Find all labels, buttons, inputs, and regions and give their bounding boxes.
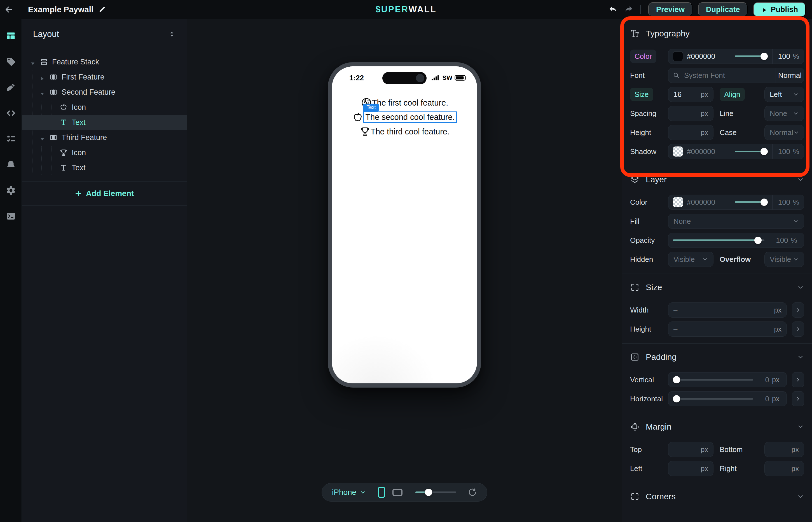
collapse-chevron-icon[interactable]	[797, 423, 804, 430]
shadow-opacity-slider[interactable]	[730, 144, 772, 159]
plus-icon	[75, 190, 82, 197]
gear-icon[interactable]	[0, 178, 22, 203]
layer-color-opacity-field[interactable]: 100 %	[772, 195, 804, 209]
undo-icon[interactable]	[608, 5, 618, 14]
bell-icon[interactable]	[0, 152, 22, 178]
layer-color-opacity-slider[interactable]	[730, 195, 772, 209]
letter-spacing-input[interactable]: – px	[668, 106, 713, 121]
shadow-swatch-field[interactable]: #000000	[668, 144, 730, 159]
vertical-padding-expand-button[interactable]	[792, 372, 804, 387]
terminal-icon[interactable]	[0, 203, 22, 229]
align-toggle-label[interactable]: Align	[720, 88, 745, 101]
horizontal-padding-expand-button[interactable]	[792, 391, 804, 406]
color-hex-value[interactable]: #000000	[687, 52, 715, 61]
slider-thumb[interactable]	[425, 489, 432, 496]
tree-item-text-selected[interactable]: Text	[22, 115, 187, 130]
case-select[interactable]: Normal	[765, 125, 804, 140]
layer-color-swatch[interactable]	[673, 197, 683, 207]
landscape-orientation-button[interactable]	[392, 486, 402, 499]
color-opacity-field[interactable]: 100 %	[772, 49, 804, 64]
tree-item-second-feature[interactable]: Second Feature	[22, 85, 187, 100]
vertical-padding-slider[interactable]	[668, 373, 758, 387]
publish-label: Publish	[771, 5, 798, 14]
height-expand-button[interactable]	[792, 321, 804, 337]
height-input[interactable]: – px	[668, 321, 787, 337]
color-opacity-slider[interactable]	[730, 49, 772, 64]
margin-value: –	[770, 464, 774, 473]
margin-left-input[interactable]: – px	[668, 461, 713, 476]
font-search-field[interactable]: System Font	[668, 68, 776, 83]
tree-item-icon[interactable]: Icon	[22, 100, 187, 115]
paint-icon[interactable]	[0, 75, 22, 100]
hidden-select[interactable]: Visible	[668, 252, 713, 267]
margin-top-input[interactable]: – px	[668, 442, 713, 457]
carrier-label: SW	[442, 74, 452, 81]
shadow-opacity-field[interactable]: 100 %	[772, 144, 804, 159]
add-element-button[interactable]: Add Element	[75, 189, 134, 198]
canvas: 1:22 SW The first cool feature.	[187, 19, 622, 522]
layer-color-hex[interactable]: #000000	[687, 198, 715, 207]
refresh-button[interactable]	[468, 486, 477, 499]
caret-right-icon[interactable]	[40, 75, 45, 80]
line-select[interactable]: None	[765, 106, 804, 121]
caret-down-icon[interactable]	[40, 89, 45, 95]
font-size-input[interactable]: 16 px	[668, 87, 713, 102]
fill-select[interactable]: None	[668, 214, 804, 229]
tree-item-label: Second Feature	[22, 88, 115, 97]
size-toggle-label[interactable]: Size	[630, 88, 653, 101]
caret-down-icon[interactable]	[40, 135, 45, 140]
color-swatch-field[interactable]: #000000	[668, 49, 730, 64]
publish-button[interactable]: Publish	[753, 2, 806, 17]
tree-item-first-feature[interactable]: First Feature	[22, 69, 187, 85]
tree-item-icon[interactable]: Icon	[22, 145, 187, 160]
width-input[interactable]: – px	[668, 302, 787, 318]
opacity-field[interactable]: 100 %	[769, 233, 804, 247]
tree-item-text[interactable]: Text	[22, 160, 187, 175]
device-select-value: iPhone	[332, 488, 356, 497]
redo-icon[interactable]	[624, 5, 633, 14]
color-swatch[interactable]	[673, 51, 683, 61]
vertical-padding-field[interactable]: 0 px	[758, 373, 787, 387]
height-value: –	[673, 325, 678, 334]
opacity-label: Opacity	[630, 236, 668, 245]
tree-item-third-feature[interactable]: Third Feature	[22, 130, 187, 145]
horizontal-padding-slider[interactable]	[668, 392, 758, 406]
device-select[interactable]: iPhone	[332, 488, 366, 497]
play-icon	[761, 6, 767, 13]
selection-outline[interactable]: Text The second cool feature.	[363, 112, 457, 123]
preview-button[interactable]: Preview	[648, 2, 692, 17]
collapse-chevron-icon[interactable]	[797, 354, 804, 361]
margin-bottom-input[interactable]: – px	[765, 442, 804, 457]
tree-item-feature-stack[interactable]: Feature Stack	[22, 54, 187, 69]
collapse-chevron-icon[interactable]	[797, 493, 804, 500]
collapse-chevron-icon[interactable]	[797, 176, 804, 183]
collapse-chevron-icon[interactable]	[797, 284, 804, 291]
zoom-slider[interactable]	[415, 489, 456, 496]
horizontal-padding-field[interactable]: 0 px	[758, 392, 787, 406]
layer-color-swatch-field[interactable]: #000000	[668, 195, 730, 209]
caret-down-icon[interactable]	[30, 59, 35, 64]
align-select[interactable]: Left	[765, 87, 804, 102]
feature-list: The first cool feature. Text The second …	[332, 97, 477, 137]
shadow-swatch[interactable]	[673, 146, 683, 157]
tag-icon[interactable]	[0, 49, 22, 75]
feature-row[interactable]: The third cool feature.	[359, 126, 450, 137]
typography-color-label[interactable]: Color	[630, 49, 657, 63]
margin-right-input[interactable]: – px	[765, 461, 804, 476]
line-height-input[interactable]: – px	[668, 125, 713, 140]
overflow-select[interactable]: Visible	[765, 252, 804, 267]
code-icon[interactable]	[0, 100, 22, 126]
feature-row-selected[interactable]: Text The second cool feature.	[352, 112, 457, 123]
edit-pencil-icon[interactable]	[99, 6, 106, 13]
opacity-slider[interactable]	[668, 233, 769, 247]
shadow-hex-value[interactable]: #000000	[687, 147, 715, 156]
portrait-orientation-button[interactable]	[377, 486, 386, 499]
font-weight-select[interactable]: Normal	[776, 68, 804, 83]
sort-icon[interactable]	[168, 31, 175, 38]
duplicate-button[interactable]: Duplicate	[698, 2, 748, 17]
px-unit: px	[701, 109, 708, 118]
layout-icon[interactable]	[0, 23, 22, 49]
checklist-icon[interactable]	[0, 126, 22, 152]
back-arrow-icon[interactable]	[4, 4, 14, 15]
width-expand-button[interactable]	[792, 302, 804, 318]
